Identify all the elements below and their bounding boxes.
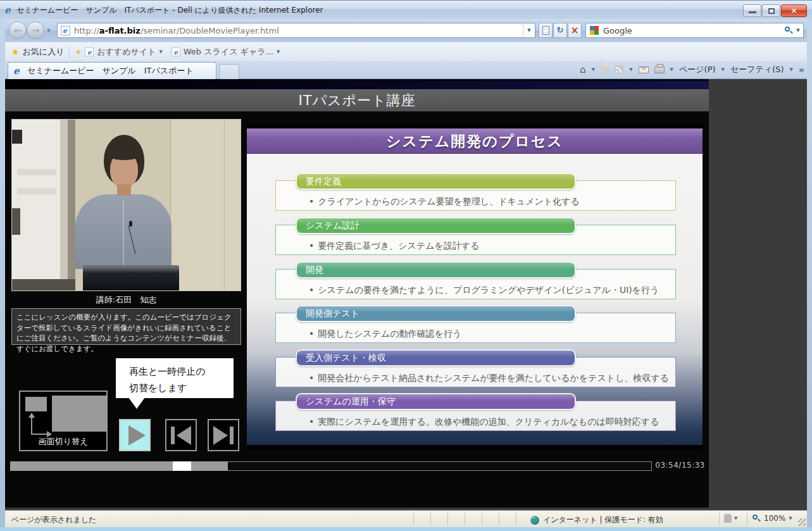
play-pause-button[interactable]	[119, 419, 151, 451]
home-icon[interactable]: ⌂	[580, 64, 586, 75]
status-bar: ページが表示されました インターネット | 保護モード: 有効 ▼ 100% ▼	[5, 510, 807, 527]
print-dropdown-icon[interactable]: ▼	[670, 67, 673, 72]
step-description: クライアントからのシステム要望を整理し、ドキュメント化する	[309, 196, 580, 208]
home-dropdown-icon[interactable]: ▼	[592, 67, 595, 72]
feeds-dropdown-icon[interactable]: ▼	[629, 67, 632, 72]
separator	[499, 513, 499, 525]
tooltip-pointer	[128, 397, 145, 409]
chevron-down-icon: ▼	[277, 49, 280, 54]
url-text[interactable]: http://a-flat.biz/seminar/DoubleMoviePla…	[74, 26, 279, 35]
minimize-button[interactable]	[743, 4, 761, 17]
slide-title-banner: システム開発のプロセス	[247, 128, 703, 154]
add-favorite-icon[interactable]: ★	[75, 47, 82, 56]
gesture-control[interactable]: ▼	[724, 514, 737, 523]
step-description: 開発会社からテスト納品されたシステムが要件を満たしているかをテストし、検収する	[309, 373, 669, 384]
separator	[430, 513, 431, 525]
history-chevron-icon[interactable]: ▼	[47, 28, 51, 34]
course-title: ITパスポート講座	[5, 89, 709, 111]
seek-bar[interactable]	[10, 461, 652, 471]
instructor-caption: 講師:石田 知志	[11, 294, 241, 306]
page-favicon-icon: e	[61, 26, 70, 35]
mail-icon[interactable]	[639, 66, 649, 73]
window-border	[0, 19, 5, 527]
forward-button[interactable]: →	[27, 22, 44, 39]
instructor-video[interactable]	[11, 119, 241, 291]
prev-bar-icon	[171, 427, 175, 444]
previous-chapter-button[interactable]	[165, 419, 197, 451]
resize-grip[interactable]	[798, 518, 806, 526]
new-tab-button[interactable]	[219, 64, 239, 79]
address-bar[interactable]: e http://a-flat.biz/seminar/DoubleMovieP…	[57, 23, 535, 38]
next-icon	[213, 426, 228, 445]
separator	[516, 513, 516, 525]
tab-bar: e セミナームービー サンプル ITパスポート ⌂▼ ▼ ▼ ページ(P)▼ セ…	[5, 61, 807, 79]
screen-base	[12, 279, 75, 291]
compatibility-view-button[interactable]	[539, 23, 553, 38]
compatibility-icon	[542, 26, 549, 35]
seek-handle[interactable]	[173, 461, 191, 471]
tooltip-line2: 切替をします	[129, 380, 234, 396]
stop-button[interactable]: ×	[568, 23, 582, 38]
safety-dropdown-icon[interactable]: ▼	[790, 67, 793, 72]
refresh-button[interactable]: ↻	[553, 23, 567, 38]
favorites-button[interactable]: お気に入り	[23, 46, 65, 58]
projector-screen	[12, 120, 75, 279]
close-button[interactable]: ×	[781, 4, 807, 17]
step-description: 開発したシステムの動作確認を行う	[309, 328, 461, 340]
separator	[69, 46, 70, 58]
step-description: システムの要件を満たすように、プログラミングやデザイン(ビジュアル・UI)を行う	[309, 285, 659, 296]
zone-text: インターネット | 保護モード: 有効	[543, 515, 663, 525]
separator	[447, 513, 448, 525]
restore-button[interactable]	[762, 4, 780, 17]
slide-view[interactable]: システム開発のプロセス クライアントからのシステム要望を整理し、ドキュメント化す…	[247, 124, 703, 449]
feeds-icon[interactable]	[615, 65, 623, 74]
tab-seminar-movie[interactable]: e セミナームービー サンプル ITパスポート	[8, 62, 216, 79]
next-bar-icon	[230, 427, 234, 444]
safety-menu-button[interactable]: セーフティ(S)	[730, 64, 784, 75]
next-chapter-button[interactable]	[208, 419, 239, 451]
zoom-level: 100%	[764, 514, 785, 523]
separator	[482, 513, 482, 525]
small-screen-icon	[25, 397, 47, 411]
web-slice-gallery-link[interactable]: e Web スライス ギャラ... ▼	[172, 46, 280, 58]
step-description: 要件定義に基づき、システムを設計する	[309, 241, 480, 252]
step-pill: 開発側テスト	[296, 305, 576, 322]
separator	[465, 513, 465, 525]
page-top-accent	[5, 81, 709, 89]
toolbar-overflow-button[interactable]: »	[799, 65, 804, 75]
printer-icon[interactable]	[654, 66, 665, 73]
page-menu-button[interactable]: ページ(P)	[679, 64, 716, 75]
page-dropdown-icon[interactable]: ▼	[721, 67, 725, 72]
laptop	[83, 265, 179, 291]
google-logo-icon	[590, 26, 599, 35]
search-icon[interactable]	[784, 26, 793, 35]
back-button[interactable]: ←	[9, 22, 27, 39]
hand-icon	[724, 514, 732, 523]
minimize-icon	[749, 11, 756, 13]
step-description: 実際にシステムを運用する。改修や機能の追加、クリティカルなものは即時対応する	[309, 416, 659, 428]
step-pill: 要件定義	[296, 173, 576, 190]
wall-seam	[224, 120, 225, 291]
screen-switch-button[interactable]: 画面切り替え	[19, 390, 108, 451]
search-input[interactable]: Google	[603, 26, 632, 35]
favorites-star-icon: ★	[11, 47, 20, 57]
address-dropdown-icon[interactable]: ▼	[523, 23, 535, 37]
play-tooltip: 再生と一時停止の 切替をします	[116, 358, 234, 398]
zoom-control[interactable]: 100% ▼	[752, 514, 792, 523]
search-box[interactable]: Google ▼	[585, 23, 804, 38]
tab-label: セミナームービー サンプル ITパスポート	[27, 65, 194, 77]
suggested-sites-link[interactable]: e おすすめサイト ▼	[85, 46, 163, 58]
wall-panel	[170, 120, 241, 291]
separator	[413, 513, 414, 525]
ie-mini-icon: e	[85, 47, 94, 56]
browser-window: e セミナームービー サンプル ITパスポート - Dell により提供された …	[0, 0, 812, 531]
shirt-buttons	[123, 201, 124, 267]
window-border	[0, 527, 812, 531]
close-icon: ×	[782, 5, 806, 16]
course-header: ITパスポート講座	[5, 89, 709, 111]
prev-icon	[177, 426, 191, 445]
instructor-fringe	[107, 147, 141, 160]
status-message: ページが表示されました	[11, 515, 96, 525]
search-dropdown-icon[interactable]: ▼	[793, 28, 803, 33]
hand-tool-icon[interactable]	[601, 65, 609, 75]
